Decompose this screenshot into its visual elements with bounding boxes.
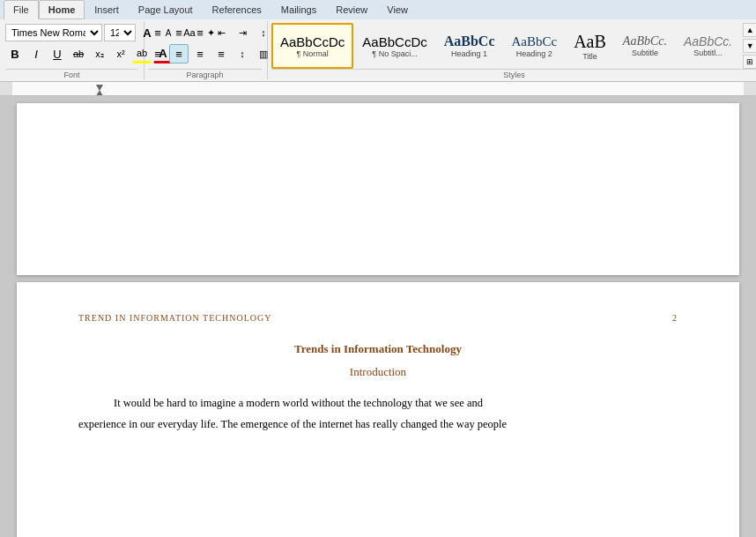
style-subtle-em-label: Subtitl... xyxy=(693,48,723,57)
style-title[interactable]: AaB Title xyxy=(566,23,614,69)
styles-list: AaBbCcDc ¶ Normal AaBbCcDc ¶ No Spaci...… xyxy=(271,23,756,69)
page-2[interactable]: TREND IN INFORMATION TECHNOLOGY 2 Trends… xyxy=(17,282,739,537)
underline-btn[interactable]: U xyxy=(48,44,67,63)
decrease-indent-btn[interactable]: ⇤ xyxy=(211,23,231,42)
strikethrough-btn[interactable]: ab xyxy=(69,44,88,63)
style-title-preview: AaB xyxy=(574,32,606,52)
styles-more-btn[interactable]: ⊞ xyxy=(743,55,756,69)
page-header: TREND IN INFORMATION TECHNOLOGY 2 xyxy=(78,313,678,323)
multilevel-btn[interactable]: ≡ xyxy=(190,23,210,42)
style-heading2-preview: AaBbCc xyxy=(512,34,558,49)
header-left: TREND IN INFORMATION TECHNOLOGY xyxy=(78,313,271,323)
tab-mailings[interactable]: Mailings xyxy=(271,0,326,19)
font-name-select[interactable]: Times New Roman xyxy=(5,24,102,41)
app-window: File Home Insert Page Layout References … xyxy=(0,0,756,537)
tab-home[interactable]: Home xyxy=(39,0,85,19)
tab-file[interactable]: File xyxy=(4,0,39,19)
ruler xyxy=(0,82,756,96)
ruler-first-indent[interactable] xyxy=(96,90,103,96)
style-normal-label: ¶ Normal xyxy=(297,49,329,58)
style-no-spacing[interactable]: AaBbCcDc ¶ No Spaci... xyxy=(354,23,434,69)
tab-review[interactable]: Review xyxy=(326,0,377,19)
align-center-btn[interactable]: ≡ xyxy=(169,44,189,63)
style-subtitle-preview: AaBbCc. xyxy=(623,34,667,48)
font-size-select[interactable]: 12 xyxy=(104,24,136,41)
align-right-btn[interactable]: ≡ xyxy=(190,44,210,63)
style-heading1-label: Heading 1 xyxy=(451,49,487,58)
header-right: 2 xyxy=(672,313,678,323)
styles-arrow-up[interactable]: ▲ xyxy=(743,23,756,37)
body-line-2: experience in our everyday life. The eme… xyxy=(78,414,678,436)
style-heading2-label: Heading 2 xyxy=(516,49,552,58)
bold-btn[interactable]: B xyxy=(5,44,25,63)
page-1[interactable] xyxy=(17,103,739,275)
doc-subtitle: Introduction xyxy=(78,365,678,379)
ribbon-tabs-bar: File Home Insert Page Layout References … xyxy=(0,0,756,19)
style-subtitle-label: Subtitle xyxy=(632,48,658,57)
tab-view[interactable]: View xyxy=(377,0,418,19)
style-title-label: Title xyxy=(582,52,597,61)
style-heading1-preview: AaBbCc xyxy=(444,34,495,49)
style-heading1[interactable]: AaBbCc Heading 1 xyxy=(436,23,503,69)
tab-insert[interactable]: Insert xyxy=(85,0,129,19)
increase-indent-btn[interactable]: ⇥ xyxy=(233,23,252,42)
styles-section-label: Styles xyxy=(271,69,756,79)
style-heading2[interactable]: AaBbCc Heading 2 xyxy=(504,23,566,69)
tab-references[interactable]: References xyxy=(203,0,271,19)
superscript-btn[interactable]: x² xyxy=(111,44,130,63)
justify-btn[interactable]: ≡ xyxy=(211,44,231,63)
style-subtle-em-preview: AaBbCc. xyxy=(684,34,732,48)
doc-body[interactable]: It would be hard to imagine a modern wor… xyxy=(78,393,678,436)
paragraph-section-label: Paragraph xyxy=(148,69,262,79)
subscript-btn[interactable]: x₂ xyxy=(90,44,109,63)
line-spacing-btn[interactable]: ↕ xyxy=(233,44,252,63)
ribbon-toolbar: Times New Roman 12 A A Aa ✦ B I U ab x₂ xyxy=(0,19,756,82)
style-normal[interactable]: AaBbCcDc ¶ Normal xyxy=(271,23,353,69)
body-line-1: It would be hard to imagine a modern wor… xyxy=(78,393,678,414)
styles-scroll-up[interactable]: ▲ ▼ ⊞ xyxy=(743,23,756,69)
styles-arrow-down[interactable]: ▼ xyxy=(743,39,756,53)
style-no-spacing-preview: AaBbCcDc xyxy=(362,34,426,49)
doc-title: Trends in Information Technology xyxy=(78,342,678,356)
styles-section: AaBbCcDc ¶ Normal AaBbCcDc ¶ No Spaci...… xyxy=(268,21,756,79)
font-section: Times New Roman 12 A A Aa ✦ B I U ab x₂ xyxy=(4,21,145,79)
italic-btn[interactable]: I xyxy=(26,44,46,63)
bullets-btn[interactable]: ≡ xyxy=(148,23,167,42)
numbering-btn[interactable]: ≡ xyxy=(169,23,189,42)
document-area: TREND IN INFORMATION TECHNOLOGY 2 Trends… xyxy=(0,96,756,537)
paragraph-section: ≡ ≡ ≡ ⇤ ⇥ ↕ ¶ ≡ ≡ ≡ ≡ ↕ ▥ ⊞ Pa xyxy=(145,21,268,79)
align-left-btn[interactable]: ≡ xyxy=(148,44,167,63)
style-no-spacing-label: ¶ No Spaci... xyxy=(372,49,417,58)
paragraph-section-body: ≡ ≡ ≡ ⇤ ⇥ ↕ ¶ ≡ ≡ ≡ ≡ ↕ ▥ ⊞ xyxy=(148,23,262,69)
style-normal-preview: AaBbCcDc xyxy=(280,34,345,49)
style-subtitle[interactable]: AaBbCc. Subtitle xyxy=(615,23,675,69)
font-section-label: Font xyxy=(5,69,138,79)
style-subtle-em[interactable]: AaBbCc. Subtitl... xyxy=(676,23,740,69)
font-section-body: Times New Roman 12 A A Aa ✦ B I U ab x₂ xyxy=(5,23,138,69)
tab-page-layout[interactable]: Page Layout xyxy=(129,0,203,19)
ruler-content xyxy=(12,82,744,95)
